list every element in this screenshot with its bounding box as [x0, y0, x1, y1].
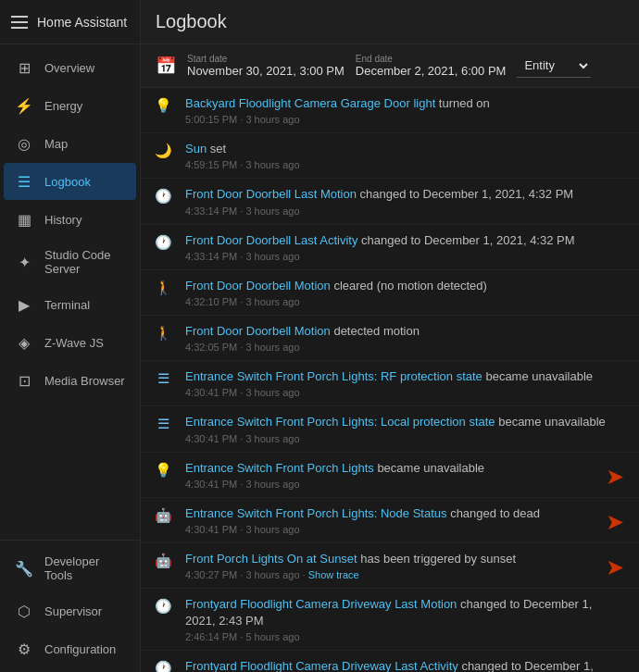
nav-icon: ☰ — [15, 172, 33, 191]
log-entry-content: Backyard Floodlight Camera Garage Door l… — [185, 95, 624, 125]
log-entity-link[interactable]: Entrance Switch Front Porch Lights: Loca… — [185, 415, 495, 429]
log-item: 💡Entrance Switch Front Porch Lights beca… — [141, 453, 639, 498]
nav-icon: ⊞ — [15, 58, 33, 77]
log-entity-link[interactable]: Entrance Switch Front Porch Lights: RF p… — [185, 369, 482, 383]
filter-bar: 📅 Start date November 30, 2021, 3:00 PM … — [141, 44, 639, 88]
nav-icon: ✦ — [15, 253, 33, 271]
log-entry-icon: 🕐 — [152, 598, 174, 615]
log-entry-icon: ☰ — [152, 416, 174, 432]
log-entity-link[interactable]: Front Door Doorbell Motion — [185, 279, 331, 292]
log-entry-content: Front Door Doorbell Motion cleared (no m… — [185, 278, 624, 307]
log-item: 🚶Front Door Doorbell Motion detected mot… — [141, 316, 639, 361]
log-entry-time: 4:30:27 PM · 3 hours ago · Show trace — [185, 569, 595, 580]
nav-icon: 🔧 — [15, 559, 33, 578]
nav-icon: ⊡ — [15, 371, 33, 390]
log-item: 💡Backyard Floodlight Camera Garage Door … — [141, 88, 639, 133]
log-entry-text: Backyard Floodlight Camera Garage Door l… — [185, 95, 624, 112]
main-header: Logbook — [141, 0, 639, 44]
sidebar-item-studio-code-server[interactable]: ✦ Studio Code Server — [4, 239, 136, 285]
sidebar-bottom-item-developer-tools[interactable]: 🔧 Developer Tools — [4, 545, 136, 591]
app-title: Home Assistant — [37, 15, 127, 30]
log-item: 🚶Front Door Doorbell Motion cleared (no … — [141, 270, 639, 316]
log-entry-content: Front Door Doorbell Last Activity change… — [185, 232, 624, 262]
nav-label: Supervisor — [44, 604, 102, 618]
start-date-label: Start date — [187, 54, 345, 64]
log-entry-text: Entrance Switch Front Porch Lights becam… — [185, 460, 595, 477]
log-entry-icon: ☰ — [152, 370, 174, 387]
log-entry-icon: 🌙 — [152, 143, 174, 159]
end-date-label: End date — [356, 54, 507, 64]
log-entry-time: 4:32:05 PM · 3 hours ago — [185, 342, 624, 353]
sidebar-bottom-item-configuration[interactable]: ⚙ Configuration — [4, 630, 136, 667]
nav-label: Z-Wave JS — [44, 336, 104, 350]
start-date-value[interactable]: November 30, 2021, 3:00 PM — [187, 64, 345, 78]
log-item: ☰Entrance Switch Front Porch Lights: RF … — [141, 361, 639, 406]
log-entry-content: Frontyard Floodlight Camera Driveway Las… — [185, 658, 624, 672]
log-entity-link[interactable]: Frontyard Floodlight Camera Driveway Las… — [185, 597, 457, 611]
log-entry-icon: 🕐 — [152, 234, 174, 251]
sidebar-item-media-browser[interactable]: ⊡ Media Browser — [4, 362, 136, 399]
log-entry-content: Entrance Switch Front Porch Lights: Node… — [185, 505, 595, 535]
log-item: 🕐Front Door Doorbell Last Activity chang… — [141, 225, 639, 270]
log-trace-link[interactable]: Show trace — [308, 569, 359, 580]
log-entry-time: 4:30:41 PM · 3 hours ago — [185, 479, 595, 490]
log-entry-time: 2:46:14 PM · 5 hours ago — [185, 631, 624, 642]
log-entry-text: Entrance Switch Front Porch Lights: Node… — [185, 505, 595, 522]
nav-label: Logbook — [44, 175, 91, 189]
sidebar-item-map[interactable]: ◎ Map — [4, 125, 136, 162]
log-entry-time: 5:00:15 PM · 3 hours ago — [185, 114, 624, 125]
log-entry-content: Front Door Doorbell Last Motion changed … — [185, 186, 624, 216]
sidebar-item-energy[interactable]: ⚡ Energy — [4, 87, 136, 124]
nav-label: Energy — [44, 99, 82, 113]
nav-icon: ▶ — [15, 295, 33, 314]
nav-icon: ⚙ — [15, 640, 33, 658]
sidebar-item-terminal[interactable]: ▶ Terminal — [4, 286, 136, 323]
sidebar-nav: ⊞ Overview ⚡ Energy ◎ Map ☰ Logbook ▦ Hi… — [0, 44, 140, 540]
log-entry-text: Front Door Doorbell Last Activity change… — [185, 232, 624, 249]
log-entry-icon: 🚶 — [152, 280, 174, 296]
sidebar-item-overview[interactable]: ⊞ Overview — [4, 49, 136, 86]
log-entity-link[interactable]: Entrance Switch Front Porch Lights — [185, 461, 374, 475]
annotation-arrow: ➤ — [606, 464, 624, 490]
log-item: 🕐Frontyard Floodlight Camera Driveway La… — [141, 651, 639, 672]
log-entry-text: Entrance Switch Front Porch Lights: Loca… — [185, 414, 624, 430]
log-entry-content: Front Porch Lights On at Sunset has been… — [185, 551, 595, 580]
sidebar-item-history[interactable]: ▦ History — [4, 201, 136, 238]
page-title: Logbook — [156, 11, 227, 32]
log-entry-content: Entrance Switch Front Porch Lights becam… — [185, 460, 595, 490]
log-entity-link[interactable]: Front Door Doorbell Last Activity — [185, 233, 357, 247]
end-date-value[interactable]: December 2, 2021, 6:00 PM — [356, 64, 507, 78]
annotation-arrow: ➤ — [606, 509, 624, 535]
log-entry-content: Entrance Switch Front Porch Lights: Loca… — [185, 414, 624, 443]
log-entity-link[interactable]: Frontyard Floodlight Camera Driveway Las… — [185, 659, 458, 672]
log-entry-icon: 🕐 — [152, 188, 174, 205]
entity-filter[interactable]: Entity — [517, 54, 591, 78]
log-entity-link[interactable]: Backyard Floodlight Camera Garage Door l… — [185, 96, 435, 110]
log-entry-text: Front Door Doorbell Motion detected moti… — [185, 323, 624, 340]
sidebar-bottom-item-supervisor[interactable]: ⬡ Supervisor — [4, 592, 136, 629]
nav-label: History — [44, 213, 81, 227]
log-entry-time: 4:33:14 PM · 3 hours ago — [185, 205, 624, 217]
log-entity-link[interactable]: Entrance Switch Front Porch Lights: Node… — [185, 506, 447, 520]
nav-icon: ◎ — [15, 134, 33, 153]
log-item: ☰Entrance Switch Front Porch Lights: Loc… — [141, 406, 639, 452]
log-entry-time: 4:30:41 PM · 3 hours ago — [185, 524, 595, 535]
log-entry-text: Front Door Doorbell Last Motion changed … — [185, 186, 624, 203]
log-entity-link[interactable]: Sun — [185, 142, 207, 156]
menu-icon[interactable] — [11, 16, 28, 29]
log-entity-link[interactable]: Front Door Doorbell Motion — [185, 324, 331, 338]
log-entity-link[interactable]: Front Door Doorbell Last Motion — [185, 187, 357, 201]
nav-icon: ⚡ — [15, 96, 33, 115]
sidebar-item-z-wave-js[interactable]: ◈ Z-Wave JS — [4, 324, 136, 361]
sidebar-item-logbook[interactable]: ☰ Logbook — [4, 163, 136, 200]
log-entry-icon: 💡 — [152, 97, 174, 114]
nav-label: Map — [44, 137, 68, 151]
main-content: Logbook 📅 Start date November 30, 2021, … — [141, 0, 639, 672]
log-entry-content: Sun set4:59:15 PM · 3 hours ago — [185, 141, 624, 170]
log-entry-icon: 🕐 — [152, 660, 174, 672]
log-entity-link[interactable]: Front Porch Lights On at Sunset — [185, 552, 357, 566]
sidebar-header: Home Assistant — [0, 0, 140, 44]
nav-icon: ◈ — [15, 333, 33, 352]
calendar-icon: 📅 — [156, 56, 176, 76]
nav-label: Overview — [44, 61, 94, 75]
